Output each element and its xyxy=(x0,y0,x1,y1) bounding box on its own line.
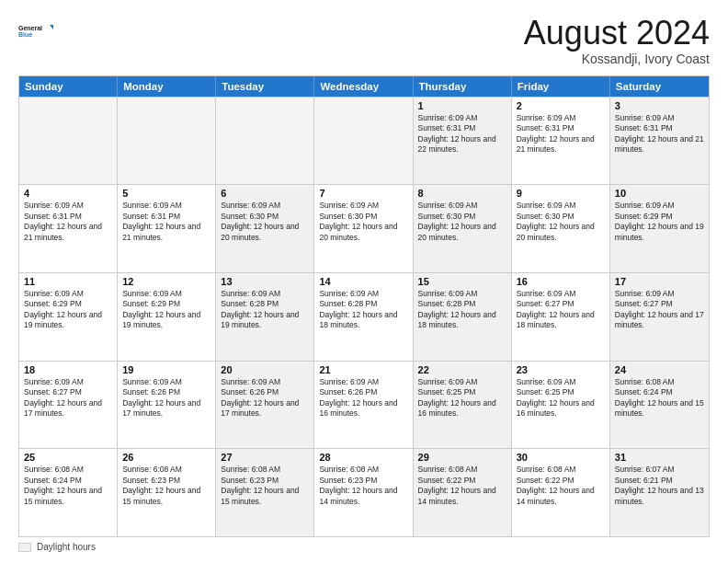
cal-cell-9: 9Sunrise: 6:09 AM Sunset: 6:30 PM Daylig… xyxy=(512,185,610,272)
day-number: 5 xyxy=(122,188,210,199)
cell-content: Sunrise: 6:08 AM Sunset: 6:24 PM Dayligh… xyxy=(615,377,704,419)
cal-cell-11: 11Sunrise: 6:09 AM Sunset: 6:29 PM Dayli… xyxy=(19,273,118,361)
cal-week-2: 4Sunrise: 6:09 AM Sunset: 6:31 PM Daylig… xyxy=(19,184,709,272)
cal-header-day-sunday: Sunday xyxy=(19,76,118,97)
logo-svg: General Blue xyxy=(18,15,55,48)
day-number: 3 xyxy=(615,100,704,111)
calendar-header: SundayMondayTuesdayWednesdayThursdayFrid… xyxy=(19,76,709,97)
cal-week-4: 18Sunrise: 6:09 AM Sunset: 6:27 PM Dayli… xyxy=(19,361,709,449)
calendar-body: 1Sunrise: 6:09 AM Sunset: 6:31 PM Daylig… xyxy=(19,97,709,536)
cell-content: Sunrise: 6:08 AM Sunset: 6:22 PM Dayligh… xyxy=(517,465,605,507)
cell-content: Sunrise: 6:09 AM Sunset: 6:31 PM Dayligh… xyxy=(418,113,506,155)
cell-content: Sunrise: 6:09 AM Sunset: 6:29 PM Dayligh… xyxy=(24,289,112,331)
cell-content: Sunrise: 6:09 AM Sunset: 6:28 PM Dayligh… xyxy=(319,289,407,331)
cal-cell-2: 2Sunrise: 6:09 AM Sunset: 6:31 PM Daylig… xyxy=(512,98,610,185)
cal-cell-13: 13Sunrise: 6:09 AM Sunset: 6:28 PM Dayli… xyxy=(216,273,314,361)
cal-cell-16: 16Sunrise: 6:09 AM Sunset: 6:27 PM Dayli… xyxy=(512,273,610,361)
cell-content: Sunrise: 6:09 AM Sunset: 6:27 PM Dayligh… xyxy=(517,289,605,331)
legend: Daylight hours xyxy=(18,542,710,552)
cell-content: Sunrise: 6:09 AM Sunset: 6:25 PM Dayligh… xyxy=(418,377,506,419)
cal-cell-7: 7Sunrise: 6:09 AM Sunset: 6:30 PM Daylig… xyxy=(314,185,413,272)
cell-content: Sunrise: 6:09 AM Sunset: 6:26 PM Dayligh… xyxy=(221,377,309,419)
cal-cell-30: 30Sunrise: 6:08 AM Sunset: 6:22 PM Dayli… xyxy=(512,449,610,536)
svg-marker-2 xyxy=(50,25,53,29)
day-number: 19 xyxy=(122,364,210,375)
cal-cell-18: 18Sunrise: 6:09 AM Sunset: 6:27 PM Dayli… xyxy=(19,362,118,449)
cal-cell-empty-0-2 xyxy=(216,98,314,185)
day-number: 17 xyxy=(615,276,704,287)
day-number: 27 xyxy=(221,452,309,463)
day-number: 12 xyxy=(122,276,210,287)
day-number: 26 xyxy=(122,452,210,463)
cell-content: Sunrise: 6:08 AM Sunset: 6:22 PM Dayligh… xyxy=(418,465,506,507)
day-number: 18 xyxy=(24,364,112,375)
day-number: 10 xyxy=(615,188,704,199)
cal-cell-3: 3Sunrise: 6:09 AM Sunset: 6:31 PM Daylig… xyxy=(610,98,709,185)
cal-cell-27: 27Sunrise: 6:08 AM Sunset: 6:23 PM Dayli… xyxy=(216,449,314,536)
cal-cell-5: 5Sunrise: 6:09 AM Sunset: 6:31 PM Daylig… xyxy=(118,185,216,272)
day-number: 16 xyxy=(517,276,605,287)
day-number: 23 xyxy=(517,364,605,375)
cell-content: Sunrise: 6:09 AM Sunset: 6:26 PM Dayligh… xyxy=(122,377,210,419)
cal-cell-22: 22Sunrise: 6:09 AM Sunset: 6:25 PM Dayli… xyxy=(414,362,512,449)
cal-cell-15: 15Sunrise: 6:09 AM Sunset: 6:28 PM Dayli… xyxy=(414,273,512,361)
day-number: 9 xyxy=(517,188,605,199)
cal-cell-empty-0-1 xyxy=(118,98,216,185)
cal-cell-20: 20Sunrise: 6:09 AM Sunset: 6:26 PM Dayli… xyxy=(216,362,314,449)
cal-cell-25: 25Sunrise: 6:08 AM Sunset: 6:24 PM Dayli… xyxy=(19,449,118,536)
cell-content: Sunrise: 6:09 AM Sunset: 6:25 PM Dayligh… xyxy=(517,377,605,419)
title-block: August 2024 Kossandji, Ivory Coast xyxy=(524,15,710,66)
svg-text:Blue: Blue xyxy=(18,31,32,38)
cell-content: Sunrise: 6:09 AM Sunset: 6:31 PM Dayligh… xyxy=(517,113,605,155)
day-number: 25 xyxy=(24,452,112,463)
cell-content: Sunrise: 6:09 AM Sunset: 6:30 PM Dayligh… xyxy=(418,201,506,243)
cell-content: Sunrise: 6:09 AM Sunset: 6:28 PM Dayligh… xyxy=(221,289,309,331)
legend-label: Daylight hours xyxy=(37,542,96,552)
cell-content: Sunrise: 6:09 AM Sunset: 6:31 PM Dayligh… xyxy=(615,113,704,155)
cal-cell-14: 14Sunrise: 6:09 AM Sunset: 6:28 PM Dayli… xyxy=(314,273,413,361)
cal-cell-empty-0-0 xyxy=(19,98,118,185)
cal-week-5: 25Sunrise: 6:08 AM Sunset: 6:24 PM Dayli… xyxy=(19,448,709,536)
cal-header-day-wednesday: Wednesday xyxy=(314,76,413,97)
header: General Blue August 2024 Kossandji, Ivor… xyxy=(18,15,710,66)
cal-cell-26: 26Sunrise: 6:08 AM Sunset: 6:23 PM Dayli… xyxy=(118,449,216,536)
day-number: 20 xyxy=(221,364,309,375)
day-number: 21 xyxy=(319,364,407,375)
day-number: 13 xyxy=(221,276,309,287)
cal-cell-17: 17Sunrise: 6:09 AM Sunset: 6:27 PM Dayli… xyxy=(610,273,709,361)
day-number: 2 xyxy=(517,100,605,111)
day-number: 11 xyxy=(24,276,112,287)
cell-content: Sunrise: 6:08 AM Sunset: 6:24 PM Dayligh… xyxy=(24,465,112,507)
cell-content: Sunrise: 6:07 AM Sunset: 6:21 PM Dayligh… xyxy=(615,465,704,507)
cell-content: Sunrise: 6:09 AM Sunset: 6:31 PM Dayligh… xyxy=(122,201,210,243)
cal-week-1: 1Sunrise: 6:09 AM Sunset: 6:31 PM Daylig… xyxy=(19,97,709,185)
cell-content: Sunrise: 6:09 AM Sunset: 6:27 PM Dayligh… xyxy=(615,289,704,331)
svg-text:General: General xyxy=(18,25,42,31)
cell-content: Sunrise: 6:09 AM Sunset: 6:31 PM Dayligh… xyxy=(24,201,112,243)
cal-header-day-monday: Monday xyxy=(118,76,216,97)
day-number: 14 xyxy=(319,276,407,287)
day-number: 30 xyxy=(517,452,605,463)
cell-content: Sunrise: 6:09 AM Sunset: 6:30 PM Dayligh… xyxy=(221,201,309,243)
day-number: 1 xyxy=(418,100,506,111)
cal-cell-6: 6Sunrise: 6:09 AM Sunset: 6:30 PM Daylig… xyxy=(216,185,314,272)
day-number: 15 xyxy=(418,276,506,287)
cal-cell-empty-0-3 xyxy=(314,98,413,185)
cal-week-3: 11Sunrise: 6:09 AM Sunset: 6:29 PM Dayli… xyxy=(19,272,709,361)
day-number: 28 xyxy=(319,452,407,463)
cal-cell-1: 1Sunrise: 6:09 AM Sunset: 6:31 PM Daylig… xyxy=(414,98,512,185)
main-title: August 2024 xyxy=(524,15,710,52)
cell-content: Sunrise: 6:09 AM Sunset: 6:26 PM Dayligh… xyxy=(319,377,407,419)
cal-cell-21: 21Sunrise: 6:09 AM Sunset: 6:26 PM Dayli… xyxy=(314,362,413,449)
page: General Blue August 2024 Kossandji, Ivor… xyxy=(0,0,728,563)
cal-cell-10: 10Sunrise: 6:09 AM Sunset: 6:29 PM Dayli… xyxy=(610,185,709,272)
cell-content: Sunrise: 6:09 AM Sunset: 6:30 PM Dayligh… xyxy=(517,201,605,243)
cal-cell-31: 31Sunrise: 6:07 AM Sunset: 6:21 PM Dayli… xyxy=(610,449,709,536)
cell-content: Sunrise: 6:08 AM Sunset: 6:23 PM Dayligh… xyxy=(319,465,407,507)
calendar: SundayMondayTuesdayWednesdayThursdayFrid… xyxy=(18,75,710,537)
day-number: 29 xyxy=(418,452,506,463)
cell-content: Sunrise: 6:08 AM Sunset: 6:23 PM Dayligh… xyxy=(122,465,210,507)
cal-header-day-thursday: Thursday xyxy=(414,76,512,97)
day-number: 6 xyxy=(221,188,309,199)
day-number: 22 xyxy=(418,364,506,375)
